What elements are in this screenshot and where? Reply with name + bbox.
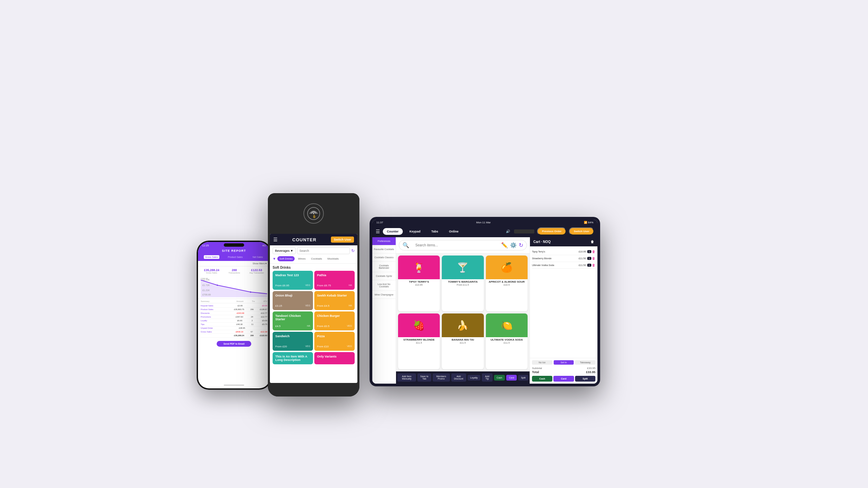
card-button[interactable]: Card — [506, 375, 517, 381]
list-item[interactable]: Madras Test 123 From £6.95 VEG — [273, 271, 313, 290]
add-discount-button[interactable]: Add Discount — [451, 373, 466, 382]
loyalty-button[interactable]: Loyalty — [468, 375, 480, 381]
cart-item: Strawberry Blonde £11.50 1 🗑 — [532, 255, 595, 262]
cart-cash-button[interactable]: Cash — [532, 376, 552, 382]
subtotal-value: £33.95 — [587, 367, 595, 370]
svg-text:£1.72K: £1.72K — [202, 284, 210, 286]
phone-device: 12:25 4G SITE REPORT Gross Sales Product… — [197, 241, 271, 390]
list-item[interactable]: Onion Bhaji £3.15 VEG — [273, 291, 313, 310]
list-item[interactable]: Chicken Burger From £0.5 VEG — [314, 311, 355, 330]
category-cocktails[interactable]: Cocktails — [309, 256, 324, 261]
volume-slider[interactable] — [514, 229, 534, 233]
search-input[interactable] — [411, 242, 499, 249]
tab-keypad[interactable]: Keypad — [406, 228, 425, 235]
list-item[interactable]: 🍌 BANANA MAI TAI £11.5 — [442, 313, 484, 369]
phone-tab-net[interactable]: Net Sales — [251, 255, 264, 259]
product-image: 🍌 — [442, 313, 484, 337]
remove-item-icon[interactable]: 🗑 — [592, 263, 595, 267]
contactless-payment-icon: ✋ — [303, 203, 324, 224]
takeaway-button[interactable]: Takeaway — [575, 360, 595, 365]
phone-txn-val: 288 — [229, 268, 240, 272]
sidebar-item-cocktails-classics[interactable]: Cocktails Classics — [372, 253, 396, 262]
previous-order-button[interactable]: Previous Order — [537, 227, 566, 235]
terminal-bottom — [268, 383, 359, 396]
settings-icon[interactable]: ⚙️ — [510, 242, 517, 248]
delete-icon[interactable]: 🗑 — [591, 240, 594, 244]
list-item[interactable]: Pizza From £10 VEG — [314, 332, 355, 351]
sidebar-item-low-no-cocktails[interactable]: Low And No Cocktails — [372, 280, 396, 291]
tablet-body: Preferences Favourite Cocktails Cocktail… — [372, 237, 597, 384]
terminal-filter-row: ▼ Soft Drinks Wines Cocktails Mocktails — [270, 256, 357, 264]
phone-gross-metric: £35,288.24 Gross Sales — [204, 268, 219, 274]
list-item[interactable]: 🍸 TOMMY'S MARGARITA From £11.5 — [442, 256, 484, 311]
svg-point-5 — [217, 284, 218, 286]
no-ice-button[interactable]: No Ice — [532, 360, 552, 365]
hamburger-menu-icon[interactable]: ☰ — [273, 237, 278, 242]
cart-items-list: Tipsy Terry's £10.95 1 🗑 Strawberry Blon… — [530, 246, 597, 358]
sidebar-item-favourite-cocktails[interactable]: Favourite Cocktails — [372, 245, 396, 253]
split-button[interactable]: Split — [518, 375, 528, 381]
section-title: Soft Drinks — [270, 264, 357, 271]
tab-tabs[interactable]: Tabs — [427, 228, 442, 235]
list-item[interactable]: Pathia From £6.75 HA — [314, 271, 355, 290]
add-tip-button[interactable]: Add Tip — [482, 373, 493, 382]
category-wines[interactable]: Wines — [296, 256, 308, 261]
subtotal-label: Subtotal — [532, 367, 542, 370]
sidebar-item-cocktails-spritz[interactable]: Cocktails Spritz — [372, 272, 396, 280]
phone-chart-svg: £2.23K £1.72K £1.21K £706.89 £200.60 01-… — [201, 277, 267, 297]
switch-user-button[interactable]: Switch User — [569, 227, 594, 235]
product-image: 🍋 — [486, 313, 528, 337]
add-item-manually-button[interactable]: Add Item Manually — [397, 373, 416, 382]
list-item[interactable]: This Is An Item With A Long Description — [273, 352, 313, 364]
tablet-hamburger-icon[interactable]: ☰ — [376, 229, 380, 234]
list-item[interactable]: 🍹 TIPSY TERRY'S £10.95 — [398, 256, 440, 311]
save-to-tab-button[interactable]: Save to Tab — [417, 373, 431, 382]
phone-avg-label: Avg Transaction — [249, 272, 264, 274]
product-image: 🍓 — [398, 313, 440, 337]
remove-item-icon[interactable]: 🗑 — [592, 250, 595, 253]
refresh-icon[interactable]: ↻ — [351, 248, 355, 253]
beverages-dropdown[interactable]: Beverages ▼ — [273, 247, 296, 254]
list-item[interactable]: Sandwich From £20 VEG — [273, 332, 313, 351]
tablet-screen: 11:37 Mon 11 Mar 📶 64% ☰ Counter Keypad … — [372, 220, 597, 384]
list-item[interactable]: 🍋 ULTIMATE VODKA SODA £11.5 — [486, 313, 528, 369]
tablet-device: 11:37 Mon 11 Mar 📶 64% ☰ Counter Keypad … — [370, 217, 600, 386]
product-image: 🍸 — [442, 256, 484, 279]
refresh-icon[interactable]: ↻ — [519, 242, 523, 248]
switch-user-button[interactable]: Switch User — [331, 237, 354, 243]
cart-split-button[interactable]: Split — [575, 376, 595, 382]
table-row: Promotions£357.6028£12.77 — [201, 315, 267, 319]
tablet-date: Mon 11 Mar — [476, 221, 491, 224]
phone-avg-metric: £122.53 Avg Transaction — [249, 268, 264, 274]
sidebar-item-wine-champagne[interactable]: Wine Champagne — [372, 291, 396, 299]
sidebar-item-cocktails-bartender[interactable]: Cocktails Bartender — [372, 262, 396, 272]
only-variants-item[interactable]: Only Variants — [314, 352, 355, 364]
cart-card-button[interactable]: Card — [553, 376, 574, 382]
list-item[interactable]: Tandoori Chicken Starter £4.5 HA — [273, 311, 313, 330]
edit-icon[interactable]: ✏️ — [501, 242, 508, 248]
tab-online[interactable]: Online — [445, 228, 462, 235]
list-item[interactable]: 🍊 APRICOT & ALMOND SOUR £10.5 — [486, 256, 528, 311]
members-promo-button[interactable]: Members Promo — [433, 373, 450, 382]
phone-metrics: £35,288.24 Gross Sales 288 Transactions … — [198, 266, 270, 275]
phone-tab-gross[interactable]: Gross Sales — [204, 255, 219, 259]
category-soft-drinks[interactable]: Soft Drinks — [277, 256, 295, 261]
cash-button[interactable]: Cash — [494, 375, 505, 381]
set-in-button[interactable]: Set In — [554, 360, 574, 365]
remove-item-icon[interactable]: 🗑 — [592, 257, 595, 260]
list-item[interactable]: 🍓 STRAWBERRY BLONDE £11.5 — [398, 313, 440, 369]
send-pdf-button[interactable]: Send PDF to Email — [217, 341, 251, 347]
tablet-nav-bar: ☰ Counter Keypad Tabs Online 🔊 Previous … — [372, 225, 597, 237]
search-input[interactable] — [297, 247, 350, 254]
phone-filter-label[interactable]: Show filters — [253, 262, 265, 265]
phone-tab-product[interactable]: Product Sales — [226, 255, 244, 259]
cart-title: Cart · NOQ — [533, 240, 551, 244]
category-mocktails[interactable]: Mocktails — [326, 256, 341, 261]
sidebar-item-preferences[interactable]: Preferences — [372, 237, 396, 245]
tablet-products-grid: 🍹 TIPSY TERRY'S £10.95 🍸 TOMMY'S MARGARI… — [396, 253, 530, 371]
list-item[interactable]: Seekh Kebab Starter From £4.5 HA — [314, 291, 355, 310]
tablet-main-area: 🔍 ✏️ ⚙️ ↻ 🍹 TIPSY TE — [396, 237, 530, 384]
tablet-wifi-icon: 📶 64% — [584, 221, 593, 224]
phone-notch — [224, 243, 244, 247]
tab-counter[interactable]: Counter — [383, 228, 403, 235]
